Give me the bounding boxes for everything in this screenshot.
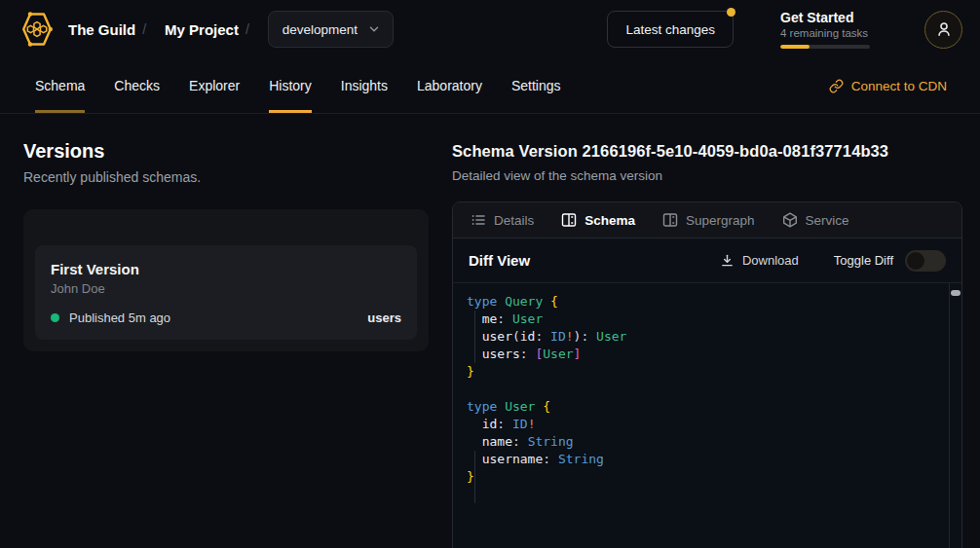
version-author: John Doe — [51, 281, 401, 296]
toggle-diff-label: Toggle Diff — [834, 253, 893, 268]
code-line: username: String — [467, 451, 942, 468]
get-started-title: Get Started — [780, 10, 874, 25]
main-nav: Schema Checks Explorer History Insights … — [0, 58, 980, 114]
connect-to-cdn-link[interactable]: Connect to CDN — [829, 58, 947, 113]
top-header: The Guild / My Project / development Lat… — [0, 0, 980, 58]
code-scrollbar[interactable] — [949, 283, 961, 548]
download-icon — [720, 253, 735, 268]
code-line — [467, 381, 942, 398]
version-status: Published 5m ago — [69, 311, 170, 325]
code-line: } — [467, 468, 942, 486]
code-line: type Query { — [467, 293, 942, 311]
code-line: } — [467, 363, 942, 381]
nav-tab-explorer[interactable]: Explorer — [189, 58, 240, 113]
get-started-progress-fill — [780, 45, 810, 49]
get-started-subtitle: 4 remaining tasks — [780, 27, 874, 39]
toggle-knob — [907, 252, 924, 270]
version-list-item[interactable]: First Version John Doe Published 5m ago … — [35, 245, 417, 340]
schema-version-title: Schema Version 2166196f-5e10-4059-bd0a-0… — [452, 142, 962, 161]
user-avatar-button[interactable] — [924, 11, 962, 49]
code-block: type Query { me: User user(id: ID!): Use… — [467, 293, 942, 486]
tab-supergraph[interactable]: Supergraph — [662, 212, 755, 228]
app-window: The Guild / My Project / development Lat… — [0, 0, 980, 548]
nav-tab-laboratory[interactable]: Laboratory — [417, 58, 482, 113]
nav-tab-schema[interactable]: Schema — [35, 58, 85, 113]
indent-guide — [474, 451, 475, 503]
version-status-row: Published 5m ago users — [51, 311, 401, 325]
diff-view-header: Diff View Download Toggle Diff — [453, 238, 961, 283]
code-line: name: String — [467, 433, 942, 451]
schema-code-viewer[interactable]: type Query { me: User user(id: ID!): Use… — [453, 283, 961, 548]
versions-title: Versions — [23, 140, 429, 163]
link-icon — [829, 79, 844, 93]
toggle-diff-control: Toggle Diff — [834, 250, 946, 272]
toggle-diff-switch[interactable] — [905, 250, 946, 272]
published-status-dot — [51, 313, 59, 322]
nav-tab-history[interactable]: History — [269, 58, 312, 113]
versions-subtitle: Recently published schemas. — [23, 169, 429, 185]
code-line: users: [User] — [467, 346, 942, 363]
get-started-widget[interactable]: Get Started 4 remaining tasks — [780, 10, 874, 49]
code-line: me: User — [467, 311, 942, 328]
download-button[interactable]: Download — [720, 253, 799, 268]
get-started-progressbar — [780, 45, 870, 49]
version-name: First Version — [51, 261, 401, 277]
chevron-down-icon — [367, 22, 381, 36]
latest-changes-button[interactable]: Latest changes — [607, 11, 734, 48]
schema-version-panel: Details Schema — [452, 201, 962, 548]
nav-tabs: Schema Checks Explorer History Insights … — [35, 58, 561, 113]
columns-icon — [561, 212, 577, 228]
nav-tab-checks[interactable]: Checks — [114, 58, 160, 113]
columns-icon — [662, 212, 678, 228]
latest-changes-label: Latest changes — [625, 22, 715, 37]
code-line: user(id: ID!): User — [467, 328, 942, 346]
versions-panel: Versions Recently published schemas. Fir… — [23, 140, 429, 351]
tab-service[interactable]: Service — [782, 212, 849, 228]
org-breadcrumb[interactable]: The Guild — [68, 21, 135, 38]
list-icon — [471, 212, 486, 228]
project-breadcrumb[interactable]: My Project — [165, 21, 239, 38]
versions-list: First Version John Doe Published 5m ago … — [23, 209, 429, 351]
hive-logo-icon[interactable] — [18, 10, 57, 49]
schema-version-detail: Schema Version 2166196f-5e10-4059-bd0a-0… — [452, 142, 962, 548]
notification-dot — [727, 8, 735, 17]
nav-tab-settings[interactable]: Settings — [511, 58, 561, 113]
indent-guide — [474, 311, 475, 363]
version-service-badge: users — [367, 311, 401, 325]
user-icon — [935, 20, 953, 38]
tab-schema[interactable]: Schema — [561, 212, 635, 228]
tab-details[interactable]: Details — [471, 212, 534, 228]
breadcrumb-separator: / — [245, 21, 249, 37]
scrollbar-thumb[interactable] — [951, 290, 961, 296]
target-selector[interactable]: development — [268, 11, 394, 48]
cube-icon — [782, 212, 798, 228]
schema-version-subtitle: Detailed view of the schema version — [452, 168, 962, 183]
code-line: id: ID! — [467, 416, 942, 433]
diff-view-title: Diff View — [469, 252, 530, 269]
detail-tabstrip: Details Schema — [453, 202, 961, 238]
code-line: type User { — [467, 398, 942, 416]
breadcrumb-separator: / — [142, 21, 146, 37]
target-selector-value: development — [283, 22, 358, 37]
nav-tab-insights[interactable]: Insights — [341, 58, 388, 113]
